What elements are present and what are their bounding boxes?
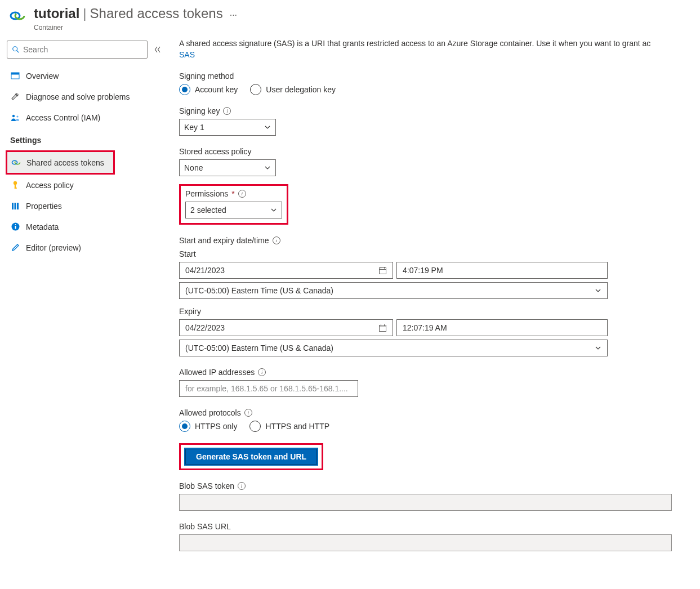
blob-sas-token-label: Blob SAS token	[179, 481, 234, 490]
select-value: 2 selected	[190, 206, 226, 215]
info-icon[interactable]: i	[238, 482, 246, 490]
chevron-down-icon	[595, 345, 601, 351]
svg-rect-15	[17, 203, 19, 209]
info-icon[interactable]: i	[244, 409, 252, 417]
info-icon[interactable]: i	[258, 368, 266, 376]
sidebar-section-settings: Settings	[7, 128, 168, 150]
chevron-down-icon	[270, 207, 277, 213]
tz-value: (UTC-05:00) Eastern Time (US & Canada)	[185, 343, 333, 352]
calendar-icon	[378, 324, 387, 332]
signing-method-label: Signing method	[179, 72, 700, 81]
required-asterisk: *	[231, 189, 234, 198]
link-icon	[11, 158, 21, 168]
svg-point-2	[13, 47, 17, 51]
svg-rect-12	[15, 188, 17, 189]
svg-rect-14	[15, 203, 16, 209]
sidebar-item-shared-access-tokens[interactable]: Shared access tokens	[7, 152, 113, 173]
sidebar-item-overview[interactable]: Overview	[7, 65, 168, 86]
expiry-label: Expiry	[179, 307, 700, 316]
generate-sas-button[interactable]: Generate SAS token and URL	[184, 448, 318, 466]
people-icon	[10, 113, 20, 123]
wrench-icon	[10, 92, 20, 102]
chevron-down-icon	[595, 287, 601, 294]
intro-text: A shared access signature (SAS) is a URI…	[179, 38, 686, 60]
sidebar-item-label: Metadata	[26, 222, 59, 231]
signing-key-label: Signing key	[179, 106, 220, 115]
svg-rect-13	[12, 203, 14, 209]
radio-label: Account key	[195, 85, 238, 94]
sidebar-item-diagnose[interactable]: Diagnose and solve problems	[7, 86, 168, 107]
start-timezone-select[interactable]: (UTC-05:00) Eastern Time (US & Canada)	[179, 282, 608, 299]
sidebar-item-label: Properties	[26, 202, 62, 211]
stored-policy-select[interactable]: None	[179, 159, 276, 176]
date-value: 04/21/2023	[185, 266, 225, 275]
sidebar: Overview Diagnose and solve problems Acc…	[0, 34, 168, 568]
info-icon	[10, 222, 20, 232]
key-icon	[10, 180, 20, 190]
sidebar-item-metadata[interactable]: Metadata	[7, 216, 168, 237]
tz-value: (UTC-05:00) Eastern Time (US & Canada)	[185, 286, 333, 295]
sidebar-item-label: Editor (preview)	[26, 243, 81, 252]
time-value: 4:07:19 PM	[403, 266, 443, 275]
sidebar-item-label: Shared access tokens	[26, 158, 104, 167]
sidebar-item-label: Diagnose and solve problems	[26, 92, 130, 101]
sidebar-item-editor[interactable]: Editor (preview)	[7, 237, 168, 258]
sidebar-item-properties[interactable]: Properties	[7, 195, 168, 216]
search-icon	[12, 46, 20, 53]
permissions-select[interactable]: 2 selected	[185, 202, 282, 218]
blob-sas-url-output[interactable]	[179, 534, 672, 551]
calendar-icon	[378, 266, 387, 275]
radio-label: User delegation key	[266, 85, 336, 94]
collapse-sidebar-button[interactable]	[152, 44, 163, 55]
sidebar-item-label: Overview	[26, 72, 59, 81]
svg-point-7	[16, 115, 18, 117]
info-icon[interactable]: i	[273, 237, 280, 244]
expiry-date-input[interactable]: 04/22/2023	[179, 319, 393, 336]
svg-point-6	[12, 114, 14, 117]
search-input[interactable]	[23, 45, 142, 54]
protocol-https-only-radio[interactable]: HTTPS only	[179, 421, 237, 432]
sidebar-item-access-policy[interactable]: Access policy	[7, 175, 168, 195]
page-header: tutorial | Shared access tokens ··· Cont…	[0, 0, 700, 34]
expiry-timezone-select[interactable]: (UTC-05:00) Eastern Time (US & Canada)	[179, 340, 608, 356]
signing-method-account-key-radio[interactable]: Account key	[179, 84, 238, 95]
sas-learn-link[interactable]: SAS	[179, 50, 195, 59]
resource-type-label: Container	[34, 24, 692, 32]
svg-rect-19	[380, 267, 386, 274]
svg-point-18	[15, 224, 16, 225]
main-content: A shared access signature (SAS) is a URI…	[168, 34, 700, 568]
signing-key-select[interactable]: Key 1	[179, 119, 276, 136]
page-title: Shared access tokens	[90, 6, 223, 21]
svg-rect-17	[15, 226, 16, 229]
start-date-input[interactable]: 04/21/2023	[179, 262, 393, 279]
container-icon	[8, 6, 27, 25]
radio-unselected-icon	[249, 421, 261, 432]
sidebar-item-iam[interactable]: Access Control (IAM)	[7, 107, 168, 128]
title-separator: |	[83, 6, 86, 21]
start-time-input[interactable]: 4:07:19 PM	[396, 262, 608, 279]
blob-sas-token-output[interactable]	[179, 494, 672, 511]
more-actions-button[interactable]: ···	[226, 8, 240, 23]
radio-label: HTTPS only	[195, 422, 237, 431]
start-label: Start	[179, 249, 700, 258]
svg-rect-5	[11, 73, 19, 75]
info-icon[interactable]: i	[238, 190, 246, 198]
sidebar-search[interactable]	[7, 41, 148, 59]
overview-icon	[10, 71, 20, 81]
radio-selected-icon	[179, 84, 190, 95]
start-expiry-label: Start and expiry date/time	[179, 236, 269, 245]
pencil-icon	[10, 243, 20, 253]
protocol-https-and-http-radio[interactable]: HTTPS and HTTP	[249, 421, 329, 432]
svg-rect-23	[380, 325, 386, 331]
time-value: 12:07:19 AM	[403, 323, 447, 332]
radio-unselected-icon	[250, 84, 261, 95]
info-icon[interactable]: i	[223, 107, 231, 115]
allowed-ip-label: Allowed IP addresses	[179, 368, 255, 377]
select-value: None	[184, 163, 203, 172]
signing-method-user-delegation-radio[interactable]: User delegation key	[250, 84, 336, 95]
properties-icon	[10, 201, 20, 211]
sidebar-item-label: Access Control (IAM)	[26, 113, 100, 122]
allowed-ip-input[interactable]	[179, 380, 358, 397]
expiry-time-input[interactable]: 12:07:19 AM	[396, 319, 608, 336]
chevron-down-icon	[264, 124, 271, 131]
